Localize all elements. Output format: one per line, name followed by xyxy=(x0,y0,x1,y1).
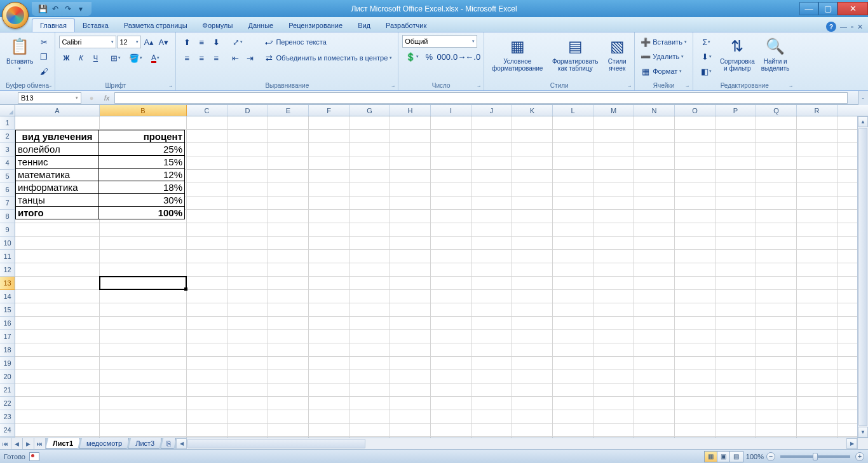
sort-filter-button[interactable]: ⇅Сортировка и фильтр xyxy=(717,35,757,77)
vertical-scrollbar[interactable]: ▲ ▼ xyxy=(857,116,868,438)
zoom-in-button[interactable]: + xyxy=(855,452,864,461)
page-break-view-button[interactable]: ▤ xyxy=(730,452,743,462)
zoom-thumb[interactable] xyxy=(813,453,818,460)
orientation-button[interactable]: ⤢ xyxy=(228,35,247,49)
comma-button[interactable]: 000 xyxy=(437,50,451,64)
office-button[interactable] xyxy=(2,2,29,29)
row-header-19[interactable]: 19 xyxy=(0,357,15,370)
row-header-24[interactable]: 24 xyxy=(0,424,15,437)
row-header-3[interactable]: 3 xyxy=(0,143,15,156)
col-header-L[interactable]: L xyxy=(553,105,593,116)
align-bottom-button[interactable]: ⬇ xyxy=(209,35,223,49)
merge-center-button[interactable]: ⇄Объединить и поместить в центре xyxy=(262,51,394,65)
align-top-button[interactable]: ⬆ xyxy=(180,35,194,49)
scroll-left-button[interactable]: ◀ xyxy=(176,438,187,449)
fx-button[interactable]: fx xyxy=(99,92,114,104)
col-header-F[interactable]: F xyxy=(309,105,349,116)
font-name-combo[interactable]: Calibri xyxy=(59,36,116,48)
sheet-last[interactable]: ⏭ xyxy=(34,438,46,450)
scroll-down-button[interactable]: ▼ xyxy=(858,427,868,438)
decrease-indent-button[interactable]: ⇤ xyxy=(228,51,242,65)
align-middle-button[interactable]: ≡ xyxy=(194,35,208,49)
cell-b3[interactable]: 25% xyxy=(99,143,185,156)
conditional-formatting-button[interactable]: ▦Условное форматирование xyxy=(488,35,546,77)
cell-a8[interactable]: итого xyxy=(16,207,99,219)
row-header-7[interactable]: 7 xyxy=(0,197,15,210)
fill-button[interactable]: ⬇ xyxy=(697,50,716,64)
sheet-tab-3[interactable]: Лист3 xyxy=(128,438,161,449)
help-icon[interactable]: ? xyxy=(826,22,836,32)
increase-decimal-button[interactable]: .0→ xyxy=(451,50,465,64)
decrease-decimal-button[interactable]: ←.0 xyxy=(466,50,480,64)
cell-b7[interactable]: 30% xyxy=(99,194,185,207)
row-header-16[interactable]: 16 xyxy=(0,317,15,330)
row-header-13[interactable]: 13 xyxy=(0,277,15,290)
shrink-font-button[interactable]: A▾ xyxy=(156,35,170,49)
close-workbook-icon[interactable]: ✕ xyxy=(857,23,863,31)
cell-b8[interactable]: 100% xyxy=(99,207,185,219)
cell-styles-button[interactable]: ▧Стили ячеек xyxy=(604,35,630,77)
currency-button[interactable]: 💲 xyxy=(402,50,421,64)
normal-view-button[interactable]: ▦ xyxy=(705,452,717,462)
font-color-button[interactable]: A xyxy=(146,51,165,65)
grow-font-button[interactable]: A▴ xyxy=(142,35,156,49)
qat-save[interactable]: 💾 xyxy=(37,3,48,15)
cell-a7[interactable]: танцы xyxy=(16,194,99,207)
delete-cells-button[interactable]: ➖Удалить xyxy=(639,50,689,64)
percent-button[interactable]: % xyxy=(422,50,436,64)
col-header-E[interactable]: E xyxy=(268,105,309,116)
qat-redo[interactable]: ↷ xyxy=(62,3,74,15)
cell-b5[interactable]: 12% xyxy=(99,169,185,181)
cell-a5[interactable]: математика xyxy=(16,169,99,181)
scroll-up-button[interactable]: ▲ xyxy=(858,116,868,127)
row-header-9[interactable]: 9 xyxy=(0,223,15,237)
row-header-1[interactable]: 1 xyxy=(0,116,15,130)
underline-button[interactable]: Ч xyxy=(88,51,102,65)
sheet-prev[interactable]: ◀ xyxy=(11,438,23,450)
align-center-button[interactable]: ≡ xyxy=(194,51,208,65)
col-header-Q[interactable]: Q xyxy=(756,105,797,116)
cell-a6[interactable]: информатика xyxy=(16,181,99,194)
cell-b4[interactable]: 15% xyxy=(99,156,185,169)
col-header-A[interactable]: A xyxy=(15,105,100,116)
zoom-slider[interactable] xyxy=(780,455,850,458)
tab-data[interactable]: Данные xyxy=(240,19,281,32)
align-right-button[interactable]: ≡ xyxy=(209,51,223,65)
align-left-button[interactable]: ≡ xyxy=(180,51,194,65)
cell-a3[interactable]: волейбол xyxy=(16,143,99,156)
restore-window-icon[interactable]: ▫ xyxy=(851,23,853,31)
tab-home[interactable]: Главная xyxy=(32,18,75,32)
row-header-18[interactable]: 18 xyxy=(0,343,15,357)
row-header-17[interactable]: 17 xyxy=(0,330,15,343)
formula-input[interactable] xyxy=(114,92,848,104)
horizontal-scrollbar[interactable]: ◀ ▶ xyxy=(175,438,857,449)
hscroll-thumb[interactable] xyxy=(187,439,365,448)
paste-button[interactable]: 📋 Вставить ▾ xyxy=(4,35,36,77)
col-header-R[interactable]: R xyxy=(797,105,837,116)
minimize-button[interactable]: — xyxy=(799,2,818,15)
row-header-8[interactable]: 8 xyxy=(0,210,15,223)
insert-cells-button[interactable]: ➕Вставить xyxy=(639,35,689,49)
add-sheet-button[interactable]: ⎘ xyxy=(161,438,176,449)
col-header-N[interactable]: N xyxy=(634,105,675,116)
qat-customize[interactable]: ▾ xyxy=(75,3,86,15)
row-header-2[interactable]: 2 xyxy=(0,130,15,143)
row-header-12[interactable]: 12 xyxy=(0,263,15,277)
row-header-4[interactable]: 4 xyxy=(0,156,15,170)
fill-color-button[interactable]: 🪣 xyxy=(126,51,145,65)
qat-undo[interactable]: ↶ xyxy=(50,3,61,15)
copy-button[interactable]: ❐ xyxy=(37,50,51,64)
zoom-level[interactable]: 100% xyxy=(746,453,764,460)
row-header-11[interactable]: 11 xyxy=(0,250,15,263)
name-box[interactable]: B13 xyxy=(18,92,81,104)
page-layout-view-button[interactable]: ▣ xyxy=(717,452,730,462)
col-header-P[interactable]: P xyxy=(715,105,756,116)
col-header-M[interactable]: M xyxy=(593,105,634,116)
cell-a4[interactable]: теннис xyxy=(16,156,99,169)
row-header-22[interactable]: 22 xyxy=(0,397,15,410)
increase-indent-button[interactable]: ⇥ xyxy=(243,51,257,65)
tab-page-layout[interactable]: Разметка страницы xyxy=(116,19,195,32)
col-header-B[interactable]: B xyxy=(100,105,187,116)
select-all-corner[interactable] xyxy=(0,105,15,116)
header-a[interactable]: вид увлечения xyxy=(16,130,99,143)
